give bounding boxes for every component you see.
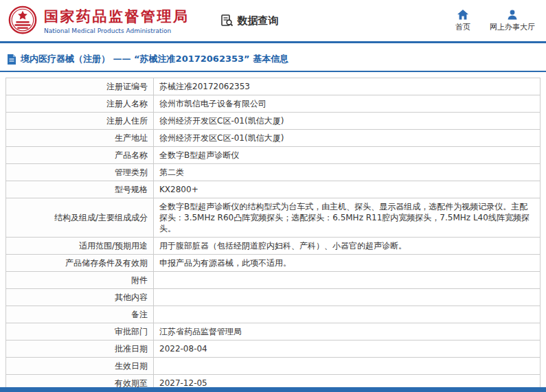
row-label: 其他内容 <box>6 289 154 306</box>
row-label: 注册人名称 <box>6 95 154 113</box>
row-label: 备注 <box>6 306 154 323</box>
row-value: 江苏省药品监督管理局 <box>154 323 541 341</box>
table-row: 结构及组成/主要组成成分全数字B型超声诊断仪的结构型式为台车式，由主机、探头、显… <box>6 198 541 238</box>
brand-text: 国家药品监督管理局 National Medical Products Admi… <box>44 7 190 34</box>
online-hall-label: 网上办事大厅 <box>490 22 535 32</box>
table-row: 注册人住所徐州经济开发区C区-01(凯信大厦) <box>6 113 541 130</box>
row-label: 批准日期 <box>6 341 154 358</box>
row-label: 生效日期 <box>6 358 154 375</box>
page-title: 境内医疗器械（注册） —— “苏械注准20172062353” 基本信息 <box>21 53 288 65</box>
row-value: 第二类 <box>154 164 541 181</box>
row-value: 徐州经济开发区C区-01(凯信大厦) <box>154 113 541 130</box>
row-label: 注册证编号 <box>6 78 154 95</box>
data-query-icon <box>220 14 234 27</box>
row-value: 徐州经济开发区C区-01(凯信大厦) <box>154 130 541 147</box>
content-area: 注册证编号苏械注准20172062353注册人名称徐州市凯信电子设备有限公司注册… <box>5 78 541 392</box>
row-value: 苏械注准20172062353 <box>154 78 541 95</box>
table-row: 产品储存条件及有效期申报产品为有源器械，此项不适用。 <box>6 255 541 272</box>
row-label: 附件 <box>6 272 154 289</box>
row-label: 生产地址 <box>6 130 154 147</box>
row-label: 适用范围/预期用途 <box>6 238 154 255</box>
brand: 国家药品监督管理局 National Medical Products Admi… <box>7 5 190 36</box>
table-row: 生效日期 <box>6 358 541 375</box>
row-value: 徐州市凯信电子设备有限公司 <box>154 95 541 113</box>
table-row: 管理类别第二类 <box>6 164 541 181</box>
row-label: 产品储存条件及有效期 <box>6 255 154 272</box>
table-row: 生产地址徐州经济开发区C区-01(凯信大厦) <box>6 130 541 147</box>
online-hall-link[interactable]: 网上办事大厅 <box>490 10 535 32</box>
table-row: 型号规格KX2800+ <box>6 181 541 198</box>
home-link[interactable]: 首页 <box>455 10 470 32</box>
row-value: KX2800+ <box>154 181 541 198</box>
footer-bar <box>0 387 546 392</box>
row-label: 结构及组成/主要组成成分 <box>6 198 154 238</box>
row-value: 用于腹部脏器（包括经阴道腔内妇科、产科）、小器官的超声诊断。 <box>154 238 541 255</box>
registration-info-table: 注册证编号苏械注准20172062353注册人名称徐州市凯信电子设备有限公司注册… <box>5 78 541 392</box>
row-value <box>154 289 541 306</box>
data-query-label: 数据查询 <box>238 14 279 27</box>
row-label: 注册人住所 <box>6 113 154 130</box>
row-label: 审批部门 <box>6 323 154 341</box>
row-label: 管理类别 <box>6 164 154 181</box>
table-row: 适用范围/预期用途用于腹部脏器（包括经阴道腔内妇科、产科）、小器官的超声诊断。 <box>6 238 541 255</box>
row-value: 2022-08-04 <box>154 341 541 358</box>
table-row: 审批部门江苏省药品监督管理局 <box>6 323 541 341</box>
table-row: 附件 <box>6 272 541 289</box>
table-row: 产品名称全数字B型超声诊断仪 <box>6 147 541 164</box>
header-divider-bar <box>0 41 546 43</box>
header: 国家药品监督管理局 National Medical Products Admi… <box>0 0 546 41</box>
row-value <box>154 306 541 323</box>
row-value <box>154 272 541 289</box>
row-label: 型号规格 <box>6 181 154 198</box>
row-value: 全数字B型超声诊断仪的结构型式为台车式，由主机、探头、显示器组成，选配件为视频记… <box>154 198 541 238</box>
user-icon <box>507 10 518 20</box>
row-value: 全数字B型超声诊断仪 <box>154 147 541 164</box>
data-query-nav[interactable]: 数据查询 <box>220 14 279 27</box>
nmpa-emblem-logo <box>7 5 38 36</box>
home-label: 首页 <box>455 22 470 32</box>
document-icon <box>7 54 16 65</box>
header-right-nav: 首页 网上办事大厅 <box>455 10 535 32</box>
table-row: 批准日期2022-08-04 <box>6 341 541 358</box>
agency-name-cn: 国家药品监督管理局 <box>44 7 190 26</box>
table-row: 注册人名称徐州市凯信电子设备有限公司 <box>6 95 541 113</box>
home-icon <box>457 10 468 20</box>
row-label: 产品名称 <box>6 147 154 164</box>
table-row: 备注 <box>6 306 541 323</box>
table-row: 注册证编号苏械注准20172062353 <box>6 78 541 95</box>
row-value <box>154 358 541 375</box>
page-title-bar: 境内医疗器械（注册） —— “苏械注准20172062353” 基本信息 <box>0 53 546 72</box>
agency-name-en: National Medical Products Administration <box>44 27 190 34</box>
table-row: 其他内容 <box>6 289 541 306</box>
row-value: 申报产品为有源器械，此项不适用。 <box>154 255 541 272</box>
